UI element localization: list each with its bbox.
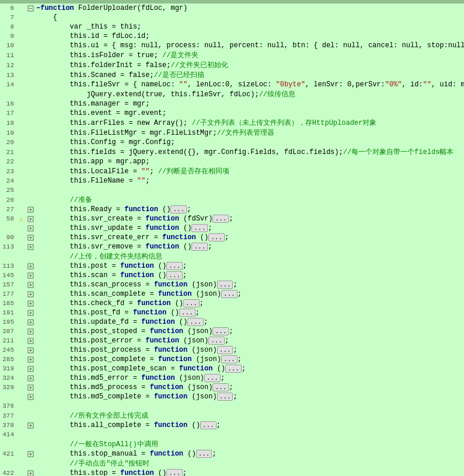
code-line: 113 this.post = function ()...; <box>0 261 464 271</box>
code-text: this.id = fdLoc.id; <box>35 32 464 40</box>
code-line: 27 this.Ready = function ()...; <box>0 205 464 214</box>
line-number: 245 <box>0 346 16 354</box>
code-text: this.ui = { msg: null, process: null, pe… <box>35 41 464 50</box>
warning-icon: ⚠ <box>16 215 26 223</box>
folded-code-block[interactable]: ... <box>217 281 233 289</box>
fold-icon[interactable] <box>26 272 35 279</box>
fold-icon[interactable] <box>26 225 35 232</box>
line-number: 195 <box>0 318 16 326</box>
folded-code-block[interactable]: ... <box>208 337 225 345</box>
fold-icon[interactable] <box>26 5 35 12</box>
folded-code-block[interactable]: ... <box>166 271 183 279</box>
folded-code-block[interactable]: ... <box>166 469 183 476</box>
fold-icon[interactable] <box>26 422 35 429</box>
code-line: 185 this.check_fd = function ()...; <box>0 299 464 308</box>
folded-code-block[interactable]: ... <box>221 290 238 298</box>
fold-icon[interactable] <box>26 206 35 213</box>
code-line: 177 this.scan_complete = function (json)… <box>0 289 464 299</box>
folded-code-block[interactable]: ... <box>191 243 208 251</box>
fold-icon[interactable] <box>26 244 35 250</box>
code-line: 14 this.fileSvr = { nameLoc: "", lenLoc:… <box>0 80 464 89</box>
folded-code-block[interactable]: ... <box>212 327 229 335</box>
fold-icon[interactable] <box>26 310 35 316</box>
code-line: 378 this.all_complete = function ()...; <box>0 421 464 430</box>
line-number: 6 <box>0 5 16 12</box>
fold-icon[interactable] <box>26 338 35 344</box>
folded-code-block[interactable]: ... <box>208 233 225 242</box>
code-text: { <box>35 13 464 22</box>
code-text: this.scan = function ()...; <box>35 271 464 279</box>
code-text: this.manager = mgr; <box>35 100 464 108</box>
code-text: this.post_process = function (json)...; <box>35 346 464 354</box>
fold-icon[interactable] <box>26 235 35 241</box>
line-number: 377 <box>0 412 16 419</box>
code-line: 245 this.post_process = function (json).… <box>0 345 464 355</box>
code-line: 6−function FolderUploader(fdLoc, mgr) <box>0 4 464 13</box>
code-line: 26 //准备 <box>0 195 464 205</box>
code-text: //准备 <box>35 195 464 205</box>
code-text: //一般在StopAll()中调用 <box>35 439 464 449</box>
folded-code-block[interactable]: ... <box>212 215 229 223</box>
code-text: this.Ready = function ()...; <box>35 205 464 214</box>
code-text: this.update_fd = function ()...; <box>35 318 464 326</box>
code-line: this.md5_complete = function (json)...; <box>0 392 464 401</box>
code-line: //上传，创建文件夹结构信息 <box>0 251 464 261</box>
code-line: 23 this.LocalFile = ""; //判断是否存在相同项 <box>0 166 464 176</box>
code-line: 11 this.isFolder = true; //是文件夹 <box>0 50 464 60</box>
folded-code-block[interactable]: ... <box>204 374 221 382</box>
fold-icon[interactable] <box>26 291 35 298</box>
code-line: 145 this.scan = function ()...; <box>0 271 464 280</box>
line-number: 11 <box>0 52 16 59</box>
code-text: this.stop = function ()...; <box>35 469 464 476</box>
fold-icon[interactable] <box>26 282 35 288</box>
fold-icon[interactable] <box>26 470 35 477</box>
code-text: this.FileListMgr = mgr.FileListMgr;//文件列… <box>35 128 464 138</box>
fold-icon[interactable] <box>26 347 35 354</box>
code-text: this.post_error = function (json)...; <box>35 337 464 345</box>
line-number: 421 <box>0 450 16 457</box>
code-line: 285 this.post_complete = function (json)… <box>0 355 464 364</box>
fold-icon[interactable] <box>26 451 35 457</box>
folded-code-block[interactable]: ... <box>183 299 200 307</box>
line-number: 177 <box>0 290 16 298</box>
folded-code-block[interactable]: ... <box>191 224 208 232</box>
line-number: 22 <box>0 158 16 165</box>
line-number: 8 <box>0 23 16 30</box>
fold-icon[interactable] <box>26 356 35 363</box>
line-number: 191 <box>0 309 16 316</box>
folded-code-block[interactable]: ... <box>225 365 242 373</box>
fold-icon[interactable] <box>26 263 35 270</box>
code-line: 113 this.svr_remove = function ()...; <box>0 242 464 251</box>
fold-icon[interactable] <box>26 300 35 307</box>
folded-code-block[interactable]: ... <box>187 318 204 326</box>
folded-code-block[interactable]: ... <box>170 205 187 214</box>
fold-icon[interactable] <box>26 319 35 326</box>
code-text: jQuery.extend(true, this.fileSvr, fdLoc)… <box>35 89 464 99</box>
line-number: 185 <box>0 300 16 307</box>
code-line: 20 this.Config = mgr.Config; <box>0 138 464 147</box>
folded-code-block[interactable]: ... <box>217 393 233 401</box>
line-number: 17 <box>0 110 16 117</box>
folded-code-block[interactable]: ... <box>200 421 217 429</box>
line-number: 27 <box>0 206 16 213</box>
line-number: 13 <box>0 72 16 79</box>
code-line: 19 this.FileListMgr = mgr.FileListMgr;//… <box>0 128 464 138</box>
code-text: //上传，创建文件夹结构信息 <box>35 251 464 261</box>
code-text: this.scan_process = function (json)...; <box>35 281 464 289</box>
code-line: 421 this.stop_manual = function ()...; <box>0 449 464 459</box>
folded-code-block[interactable]: ... <box>196 450 212 458</box>
folded-code-block[interactable]: ... <box>212 383 229 391</box>
folded-code-block[interactable]: ... <box>217 346 233 354</box>
code-text: this.Config = mgr.Config; <box>35 138 464 146</box>
fold-icon[interactable] <box>26 216 35 222</box>
folded-code-block[interactable]: ... <box>221 355 238 363</box>
code-text: this.all_complete = function ()...; <box>35 421 464 429</box>
fold-icon[interactable] <box>26 366 35 372</box>
fold-icon[interactable] <box>26 384 35 391</box>
fold-icon[interactable] <box>26 394 35 400</box>
code-line: //手动点击"停止"按钮时 <box>0 459 464 468</box>
folded-code-block[interactable]: ... <box>166 262 183 270</box>
fold-icon[interactable] <box>26 375 35 382</box>
fold-icon[interactable] <box>26 328 35 335</box>
folded-code-block[interactable]: ... <box>179 309 196 317</box>
